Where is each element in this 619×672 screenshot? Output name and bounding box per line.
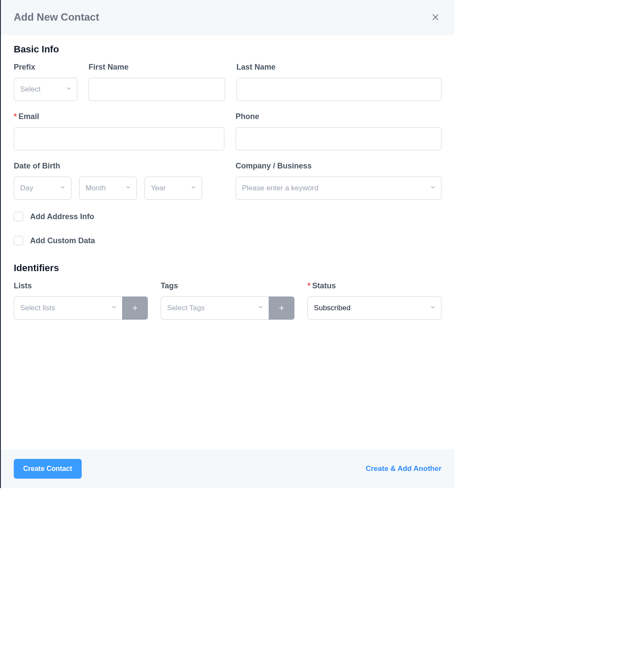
last-name-input[interactable] bbox=[236, 78, 441, 101]
close-icon[interactable] bbox=[429, 11, 441, 23]
lists-placeholder: Select lists bbox=[20, 304, 55, 312]
add-address-label[interactable]: Add Address Info bbox=[30, 212, 94, 221]
field-last-name: Last Name bbox=[236, 63, 441, 101]
lists-select[interactable]: Select lists bbox=[14, 296, 122, 320]
plus-icon bbox=[132, 305, 138, 311]
field-status: *Status Subscribed bbox=[307, 281, 441, 320]
plus-icon bbox=[279, 305, 285, 311]
field-dob: Date of Birth Day Month bbox=[14, 162, 224, 200]
email-input[interactable] bbox=[14, 127, 224, 150]
company-select[interactable]: Please enter a keyword bbox=[236, 177, 441, 200]
dob-year-placeholder: Year bbox=[151, 184, 165, 192]
status-select[interactable]: Subscribed bbox=[307, 296, 441, 320]
chevron-down-icon bbox=[60, 184, 66, 192]
email-label: *Email bbox=[14, 112, 224, 121]
section-title-basic: Basic Info bbox=[14, 44, 441, 55]
section-title-identifiers: Identifiers bbox=[14, 263, 441, 274]
first-name-input[interactable] bbox=[89, 78, 225, 101]
field-phone: Phone bbox=[236, 112, 441, 150]
add-tag-button[interactable] bbox=[269, 296, 294, 320]
required-star: * bbox=[307, 281, 310, 290]
create-add-another-button[interactable]: Create & Add Another bbox=[366, 464, 441, 473]
dob-month-select[interactable]: Month bbox=[79, 177, 137, 200]
add-address-row: Add Address Info bbox=[14, 212, 441, 221]
row-name: Prefix Select First Name Last Name bbox=[14, 63, 441, 101]
last-name-label: Last Name bbox=[236, 63, 441, 72]
required-star: * bbox=[14, 112, 17, 121]
add-list-button[interactable] bbox=[122, 296, 148, 320]
chevron-down-icon bbox=[430, 184, 436, 192]
modal-footer: Create Contact Create & Add Another bbox=[1, 449, 454, 488]
chevron-down-icon bbox=[430, 304, 436, 312]
add-custom-row: Add Custom Data bbox=[14, 236, 441, 245]
modal-header: Add New Contact bbox=[1, 0, 454, 35]
chevron-down-icon bbox=[257, 304, 264, 312]
add-custom-checkbox[interactable] bbox=[14, 236, 23, 245]
row-contact: *Email Phone bbox=[14, 112, 441, 150]
company-placeholder: Please enter a keyword bbox=[242, 184, 319, 192]
create-contact-button[interactable]: Create Contact bbox=[14, 459, 82, 479]
phone-input[interactable] bbox=[236, 127, 441, 150]
chevron-down-icon bbox=[190, 184, 196, 192]
add-contact-modal: Add New Contact Basic Info Prefix Select… bbox=[0, 0, 454, 488]
add-custom-label[interactable]: Add Custom Data bbox=[30, 236, 95, 245]
lists-label: Lists bbox=[14, 281, 148, 290]
dob-day-placeholder: Day bbox=[20, 184, 33, 192]
chevron-down-icon bbox=[66, 86, 72, 93]
field-email: *Email bbox=[14, 112, 224, 150]
dob-label: Date of Birth bbox=[14, 162, 224, 171]
prefix-select[interactable]: Select bbox=[14, 78, 77, 101]
chevron-down-icon bbox=[125, 184, 131, 192]
row-dob-company: Date of Birth Day Month bbox=[14, 162, 441, 200]
add-address-checkbox[interactable] bbox=[14, 212, 23, 221]
dob-day-select[interactable]: Day bbox=[14, 177, 71, 200]
dob-year-select[interactable]: Year bbox=[144, 177, 202, 200]
company-label: Company / Business bbox=[236, 162, 441, 171]
chevron-down-icon bbox=[111, 304, 117, 312]
prefix-label: Prefix bbox=[14, 63, 77, 72]
tags-label: Tags bbox=[161, 281, 295, 290]
phone-label: Phone bbox=[236, 112, 441, 121]
modal-title: Add New Contact bbox=[14, 11, 99, 23]
modal-body: Basic Info Prefix Select First Name Last… bbox=[1, 35, 454, 449]
tags-placeholder: Select Tags bbox=[167, 304, 205, 312]
first-name-label: First Name bbox=[89, 63, 225, 72]
status-label: *Status bbox=[307, 281, 441, 290]
field-prefix: Prefix Select bbox=[14, 63, 77, 101]
field-first-name: First Name bbox=[89, 63, 225, 101]
tags-select-group: Select Tags bbox=[161, 296, 295, 320]
field-company: Company / Business Please enter a keywor… bbox=[236, 162, 441, 200]
dob-month-placeholder: Month bbox=[86, 184, 106, 192]
field-lists: Lists Select lists bbox=[14, 281, 148, 320]
lists-select-group: Select lists bbox=[14, 296, 148, 320]
tags-select[interactable]: Select Tags bbox=[161, 296, 269, 320]
prefix-placeholder: Select bbox=[20, 85, 40, 94]
field-tags: Tags Select Tags bbox=[161, 281, 295, 320]
status-value: Subscribed bbox=[314, 304, 350, 312]
row-identifiers: Lists Select lists Tag bbox=[14, 281, 441, 320]
dob-selects: Day Month Year bbox=[14, 177, 224, 200]
